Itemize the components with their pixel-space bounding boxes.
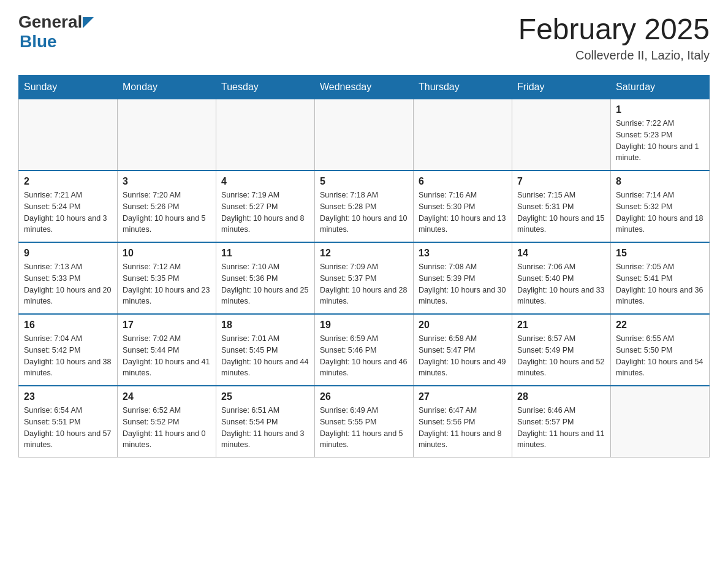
day-info: Sunrise: 7:09 AM Sunset: 5:37 PM Dayligh… (320, 261, 408, 307)
day-number: 3 (123, 176, 211, 187)
day-info: Sunrise: 7:15 AM Sunset: 5:31 PM Dayligh… (517, 190, 605, 236)
day-number: 7 (517, 176, 605, 187)
table-row (414, 99, 512, 171)
day-info: Sunrise: 6:52 AM Sunset: 5:52 PM Dayligh… (123, 405, 211, 451)
calendar-week-row: 16Sunrise: 7:04 AM Sunset: 5:42 PM Dayli… (19, 314, 710, 386)
table-row (512, 99, 611, 171)
day-number: 28 (517, 391, 605, 402)
table-row: 6Sunrise: 7:16 AM Sunset: 5:30 PM Daylig… (414, 170, 512, 242)
table-row (19, 99, 118, 171)
day-number: 15 (616, 248, 704, 259)
day-info: Sunrise: 6:51 AM Sunset: 5:54 PM Dayligh… (221, 405, 309, 451)
day-info: Sunrise: 7:12 AM Sunset: 5:35 PM Dayligh… (123, 261, 211, 307)
table-row: 14Sunrise: 7:06 AM Sunset: 5:40 PM Dayli… (512, 242, 611, 314)
day-info: Sunrise: 7:02 AM Sunset: 5:44 PM Dayligh… (123, 333, 211, 379)
day-number: 6 (419, 176, 507, 187)
table-row: 16Sunrise: 7:04 AM Sunset: 5:42 PM Dayli… (19, 314, 118, 386)
table-row: 12Sunrise: 7:09 AM Sunset: 5:37 PM Dayli… (315, 242, 414, 314)
day-number: 19 (320, 320, 408, 331)
table-row: 9Sunrise: 7:13 AM Sunset: 5:33 PM Daylig… (19, 242, 118, 314)
day-number: 21 (517, 320, 605, 331)
table-row: 11Sunrise: 7:10 AM Sunset: 5:36 PM Dayli… (216, 242, 315, 314)
day-number: 12 (320, 248, 408, 259)
table-row: 21Sunrise: 6:57 AM Sunset: 5:49 PM Dayli… (512, 314, 611, 386)
day-number: 18 (221, 320, 309, 331)
table-row: 23Sunrise: 6:54 AM Sunset: 5:51 PM Dayli… (19, 386, 118, 458)
day-number: 24 (123, 391, 211, 402)
day-info: Sunrise: 7:05 AM Sunset: 5:41 PM Dayligh… (616, 261, 704, 307)
day-info: Sunrise: 7:18 AM Sunset: 5:28 PM Dayligh… (320, 190, 408, 236)
logo-general-text: General (18, 12, 82, 32)
title-block: February 2025 Colleverde II, Lazio, Ital… (518, 12, 710, 63)
day-number: 25 (221, 391, 309, 402)
table-row: 15Sunrise: 7:05 AM Sunset: 5:41 PM Dayli… (611, 242, 710, 314)
day-number: 10 (123, 248, 211, 259)
day-number: 20 (419, 320, 507, 331)
day-number: 16 (24, 320, 112, 331)
page-header: General Blue February 2025 Colleverde II… (18, 12, 710, 63)
table-row: 28Sunrise: 6:46 AM Sunset: 5:57 PM Dayli… (512, 386, 611, 458)
header-monday: Monday (118, 75, 216, 99)
day-number: 26 (320, 391, 408, 402)
logo: General Blue (18, 12, 94, 52)
table-row: 18Sunrise: 7:01 AM Sunset: 5:45 PM Dayli… (216, 314, 315, 386)
table-row: 8Sunrise: 7:14 AM Sunset: 5:32 PM Daylig… (611, 170, 710, 242)
day-number: 27 (419, 391, 507, 402)
day-number: 23 (24, 391, 112, 402)
day-info: Sunrise: 6:54 AM Sunset: 5:51 PM Dayligh… (24, 405, 112, 451)
table-row: 25Sunrise: 6:51 AM Sunset: 5:54 PM Dayli… (216, 386, 315, 458)
day-number: 5 (320, 176, 408, 187)
table-row (118, 99, 216, 171)
day-info: Sunrise: 7:08 AM Sunset: 5:39 PM Dayligh… (419, 261, 507, 307)
header-sunday: Sunday (19, 75, 118, 99)
day-number: 2 (24, 176, 112, 187)
day-info: Sunrise: 6:49 AM Sunset: 5:55 PM Dayligh… (320, 405, 408, 451)
header-friday: Friday (512, 75, 611, 99)
day-info: Sunrise: 6:55 AM Sunset: 5:50 PM Dayligh… (616, 333, 704, 379)
day-number: 4 (221, 176, 309, 187)
calendar-title: February 2025 (518, 12, 710, 46)
day-number: 17 (123, 320, 211, 331)
header-wednesday: Wednesday (315, 75, 414, 99)
day-info: Sunrise: 7:21 AM Sunset: 5:24 PM Dayligh… (24, 190, 112, 236)
day-info: Sunrise: 7:20 AM Sunset: 5:26 PM Dayligh… (123, 190, 211, 236)
calendar-table: Sunday Monday Tuesday Wednesday Thursday… (18, 75, 710, 458)
day-number: 22 (616, 320, 704, 331)
day-info: Sunrise: 7:16 AM Sunset: 5:30 PM Dayligh… (419, 190, 507, 236)
day-info: Sunrise: 6:59 AM Sunset: 5:46 PM Dayligh… (320, 333, 408, 379)
table-row: 5Sunrise: 7:18 AM Sunset: 5:28 PM Daylig… (315, 170, 414, 242)
day-info: Sunrise: 7:19 AM Sunset: 5:27 PM Dayligh… (221, 190, 309, 236)
logo-blue-text: Blue (20, 32, 57, 52)
table-row: 27Sunrise: 6:47 AM Sunset: 5:56 PM Dayli… (414, 386, 512, 458)
table-row: 20Sunrise: 6:58 AM Sunset: 5:47 PM Dayli… (414, 314, 512, 386)
table-row (216, 99, 315, 171)
header-tuesday: Tuesday (216, 75, 315, 99)
table-row: 10Sunrise: 7:12 AM Sunset: 5:35 PM Dayli… (118, 242, 216, 314)
svg-marker-0 (83, 17, 94, 28)
table-row: 26Sunrise: 6:49 AM Sunset: 5:55 PM Dayli… (315, 386, 414, 458)
day-info: Sunrise: 7:06 AM Sunset: 5:40 PM Dayligh… (517, 261, 605, 307)
table-row: 19Sunrise: 6:59 AM Sunset: 5:46 PM Dayli… (315, 314, 414, 386)
day-number: 13 (419, 248, 507, 259)
table-row: 24Sunrise: 6:52 AM Sunset: 5:52 PM Dayli… (118, 386, 216, 458)
day-number: 1 (616, 104, 704, 115)
day-info: Sunrise: 7:22 AM Sunset: 5:23 PM Dayligh… (616, 118, 704, 164)
table-row: 17Sunrise: 7:02 AM Sunset: 5:44 PM Dayli… (118, 314, 216, 386)
day-info: Sunrise: 7:13 AM Sunset: 5:33 PM Dayligh… (24, 261, 112, 307)
table-row: 13Sunrise: 7:08 AM Sunset: 5:39 PM Dayli… (414, 242, 512, 314)
day-info: Sunrise: 6:47 AM Sunset: 5:56 PM Dayligh… (419, 405, 507, 451)
day-number: 11 (221, 248, 309, 259)
day-info: Sunrise: 7:04 AM Sunset: 5:42 PM Dayligh… (24, 333, 112, 379)
calendar-subtitle: Colleverde II, Lazio, Italy (518, 48, 710, 63)
calendar-week-row: 2Sunrise: 7:21 AM Sunset: 5:24 PM Daylig… (19, 170, 710, 242)
day-info: Sunrise: 7:01 AM Sunset: 5:45 PM Dayligh… (221, 333, 309, 379)
table-row: 4Sunrise: 7:19 AM Sunset: 5:27 PM Daylig… (216, 170, 315, 242)
day-info: Sunrise: 6:58 AM Sunset: 5:47 PM Dayligh… (419, 333, 507, 379)
day-number: 14 (517, 248, 605, 259)
logo-arrow-icon (83, 17, 94, 28)
day-info: Sunrise: 7:10 AM Sunset: 5:36 PM Dayligh… (221, 261, 309, 307)
table-row (611, 386, 710, 458)
table-row: 7Sunrise: 7:15 AM Sunset: 5:31 PM Daylig… (512, 170, 611, 242)
header-thursday: Thursday (414, 75, 512, 99)
day-info: Sunrise: 7:14 AM Sunset: 5:32 PM Dayligh… (616, 190, 704, 236)
